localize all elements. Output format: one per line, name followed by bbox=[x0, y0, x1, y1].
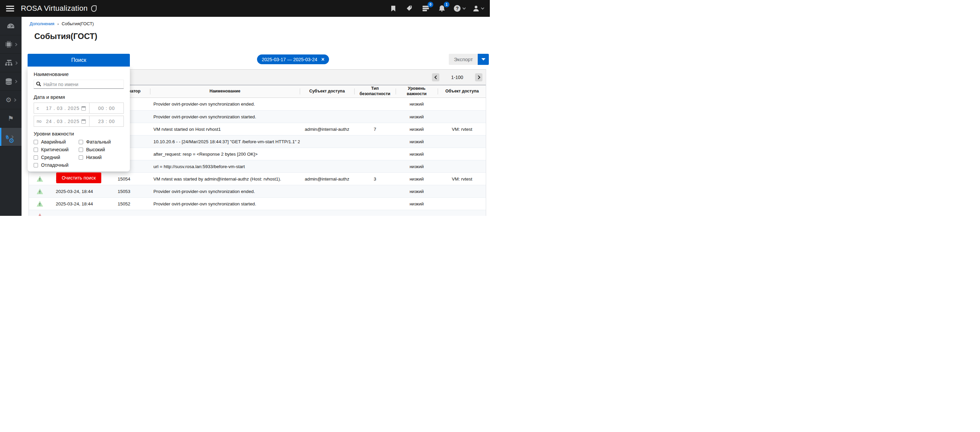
time-to-input[interactable]: 23 : 00 bbox=[89, 116, 124, 127]
sidebar-item-network[interactable] bbox=[0, 54, 22, 72]
administration-icon: ⚙ bbox=[6, 97, 12, 103]
checkbox-icon[interactable] bbox=[33, 155, 38, 160]
date-from-value: 17 . 03 . 2025 bbox=[46, 106, 80, 111]
cell-subject bbox=[300, 210, 354, 216]
checkbox-icon[interactable] bbox=[79, 155, 83, 160]
storage-icon bbox=[5, 78, 13, 85]
cell-severity-level: низкий bbox=[396, 160, 438, 173]
search-widget: Поиск Наименование Дата и время с 17 . 0… bbox=[28, 54, 130, 172]
clear-search-button[interactable]: Очистить поиск bbox=[56, 173, 101, 183]
chevron-left-icon bbox=[434, 75, 438, 79]
severity-checkbox-0[interactable]: Аварийный bbox=[33, 139, 79, 145]
search-button[interactable]: Поиск bbox=[28, 54, 130, 67]
checkbox-icon[interactable] bbox=[33, 163, 38, 167]
table-row[interactable]: !2025-03-24, 18:4415052Provider ovirt-pr… bbox=[29, 197, 486, 210]
user-caret-icon bbox=[481, 6, 484, 10]
main-content: Дополнения › События(ГОСТ) События(ГОСТ)… bbox=[22, 17, 490, 216]
search-panel: Наименование Дата и время с 17 . 03 . 20… bbox=[28, 67, 130, 172]
column-header-subject[interactable]: Субъект доступа bbox=[300, 86, 354, 97]
table-row[interactable]: !2025-03-24, 18:4415053Provider ovirt-pr… bbox=[29, 185, 486, 197]
date-filter-chip[interactable]: 2025-03-17 — 2025-03-24 × bbox=[257, 54, 329, 64]
severity-checkbox-1[interactable]: Фатальный bbox=[79, 139, 124, 145]
search-by-name-input[interactable] bbox=[33, 80, 124, 89]
pagination-next-button[interactable] bbox=[475, 73, 482, 81]
page-title: События(ГОСТ) bbox=[34, 32, 97, 41]
compute-icon bbox=[5, 41, 13, 48]
export-split-button: Экспорт bbox=[449, 54, 489, 65]
severity-checkbox-label: Средний bbox=[41, 155, 60, 160]
date-to-input[interactable]: по 24 . 03 . 2025 bbox=[33, 116, 89, 127]
user-icon bbox=[473, 5, 479, 12]
datetime-section-label: Дата и время bbox=[33, 94, 124, 100]
notifications-bell-icon[interactable]: 1 bbox=[438, 4, 446, 13]
checkbox-icon[interactable] bbox=[79, 140, 83, 144]
cell-name bbox=[150, 210, 300, 216]
alert-triangle-icon: ! bbox=[37, 213, 43, 216]
severity-checkbox-6[interactable]: Отладочный bbox=[33, 162, 79, 168]
cell-security-type: 3 bbox=[354, 173, 396, 185]
chevron-right-icon bbox=[476, 75, 480, 79]
sidebar-item-events-flag[interactable]: ⚑ bbox=[0, 109, 22, 128]
checkbox-icon[interactable] bbox=[33, 148, 38, 152]
column-header-security-type[interactable]: Тип безопастности bbox=[354, 86, 396, 97]
chevron-right-icon bbox=[14, 80, 17, 83]
cell-subject bbox=[300, 160, 354, 173]
export-button[interactable]: Экспорт bbox=[449, 54, 478, 65]
calendar-icon[interactable] bbox=[81, 119, 86, 124]
cell-object: VM: rvtest bbox=[438, 173, 486, 185]
severity-checkbox-4[interactable]: Средний bbox=[33, 155, 79, 160]
sidebar-nav: ⚙⚑⚙⚙⚙ bbox=[0, 17, 22, 216]
user-menu[interactable] bbox=[473, 5, 484, 12]
dashboard-icon bbox=[7, 23, 15, 29]
severity-checkbox-2[interactable]: Критический bbox=[33, 147, 79, 152]
bookmark-icon[interactable] bbox=[389, 4, 398, 13]
calendar-icon[interactable] bbox=[81, 106, 86, 111]
cell-subject bbox=[300, 198, 354, 210]
breadcrumb-link-additions[interactable]: Дополнения bbox=[30, 21, 54, 26]
sidebar-item-extensions-gears[interactable]: ⚙⚙⚙ bbox=[0, 128, 22, 146]
checkbox-icon[interactable] bbox=[33, 140, 38, 144]
nav-toggle-hamburger-icon[interactable] bbox=[6, 6, 14, 11]
cell-id bbox=[98, 210, 150, 216]
severity-checkbox-label: Отладочный bbox=[41, 162, 68, 168]
checkbox-icon[interactable] bbox=[79, 148, 83, 152]
column-header-name[interactable]: Наименование bbox=[150, 86, 300, 97]
cell-name: Provider ovirt-provider-ovn synchronizat… bbox=[150, 98, 300, 110]
pagination-prev-button[interactable] bbox=[432, 73, 439, 81]
sidebar-item-administration[interactable]: ⚙ bbox=[0, 91, 22, 109]
cell-security-type bbox=[354, 198, 396, 210]
column-header-object[interactable]: Объект доступа bbox=[438, 86, 486, 97]
masthead: ROSA Virtualization 0 1 ? bbox=[0, 0, 490, 17]
help-menu[interactable]: ? bbox=[453, 5, 465, 12]
cell-object bbox=[438, 111, 486, 123]
severity-checkbox-3[interactable]: Высокий bbox=[79, 147, 124, 152]
cell-security-type bbox=[354, 111, 396, 123]
tasks-icon[interactable]: 0 bbox=[421, 4, 430, 13]
export-dropdown-toggle[interactable] bbox=[478, 54, 489, 65]
cell-severity-level: низкий bbox=[396, 98, 438, 110]
date-from-input[interactable]: с 17 . 03 . 2025 bbox=[33, 103, 89, 114]
notifications-count-badge: 1 bbox=[444, 2, 449, 7]
sidebar-item-storage[interactable] bbox=[0, 72, 22, 91]
cell-object bbox=[438, 160, 486, 173]
date-from-prefix: с bbox=[37, 106, 45, 111]
severity-checkbox-5[interactable]: Низкий bbox=[79, 155, 124, 160]
tags-icon[interactable] bbox=[405, 4, 414, 13]
warning-triangle-icon: ! bbox=[37, 189, 43, 194]
sidebar-item-dashboard[interactable] bbox=[0, 17, 22, 35]
cell-name: Provider ovirt-provider-ovn synchronizat… bbox=[150, 111, 300, 123]
tasks-count-badge: 0 bbox=[428, 2, 433, 7]
pagination-range: 1-100 bbox=[443, 75, 472, 80]
sidebar-item-compute[interactable] bbox=[0, 35, 22, 54]
time-from-input[interactable]: 00 : 00 bbox=[89, 103, 124, 114]
date-to-value: 24 . 03 . 2025 bbox=[46, 119, 80, 124]
table-row[interactable]: ! bbox=[29, 210, 486, 216]
chip-close-icon[interactable]: × bbox=[321, 57, 324, 62]
name-section-label: Наименование bbox=[33, 71, 124, 77]
cell-severity-level: низкий bbox=[396, 148, 438, 160]
cell-object bbox=[438, 135, 486, 148]
column-header-severity-level[interactable]: Уровень важности bbox=[396, 86, 438, 97]
cell-severity-level: низкий bbox=[396, 173, 438, 185]
cell-name: url = http://susv.rosa.lan:5933/before-v… bbox=[150, 160, 300, 173]
severity-checkbox-group: АварийныйФатальныйКритическийВысокийСред… bbox=[33, 139, 124, 168]
